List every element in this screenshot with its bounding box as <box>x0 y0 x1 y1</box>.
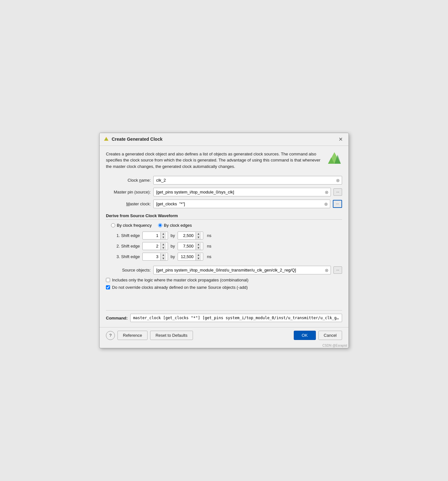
waveform-radio-group: By clock frequency By clock edges <box>111 223 342 228</box>
help-button[interactable]: ? <box>106 331 115 340</box>
shift-1-edge-input[interactable] <box>143 232 160 239</box>
shift-3-label: 3. Shift edge <box>111 254 140 259</box>
checkbox2-row: Do not override clocks already defined o… <box>106 285 342 290</box>
command-value: master_clock [get_clocks "*"] [get_pins … <box>130 314 342 322</box>
shift-3-edge-input[interactable] <box>143 253 160 260</box>
spacer <box>106 292 342 305</box>
dialog-footer: ? Reference Reset to Defaults OK Cancel <box>100 327 348 343</box>
shift-row-1: 1. Shift edge ▲ ▼ by ▲ ▼ ns <box>111 232 342 240</box>
checkbox2-label[interactable]: Do not override clocks already defined o… <box>112 285 248 290</box>
shift-2-ns: ns <box>207 244 212 248</box>
shift-1-ns: ns <box>207 233 212 238</box>
shift-edges-section: 1. Shift edge ▲ ▼ by ▲ ▼ ns <box>111 232 342 261</box>
shift-2-by-text: by <box>171 244 175 248</box>
master-clock-label: Master clock: <box>106 201 151 206</box>
clock-name-label: Clock name: <box>106 178 151 183</box>
shift-1-by-down[interactable]: ▼ <box>196 236 201 239</box>
shift-3-edge-up[interactable]: ▲ <box>161 253 166 257</box>
shift-1-by-up[interactable]: ▲ <box>196 232 201 236</box>
ok-button[interactable]: OK <box>294 331 316 340</box>
shift-2-edge-spinner: ▲ ▼ <box>142 242 168 250</box>
vivado-logo <box>327 151 342 166</box>
watermark: CSDN @Esrapist <box>100 343 348 348</box>
shift-3-by-input[interactable] <box>178 253 196 260</box>
shift-3-by-text: by <box>171 254 175 259</box>
dialog-title: Create Generated Clock <box>112 137 163 142</box>
shift-3-edge-down[interactable]: ▼ <box>161 257 166 260</box>
title-bar: Create Generated Clock ✕ <box>100 133 348 146</box>
dialog-body: Creates a generated clock object and als… <box>100 146 348 327</box>
checkbox1[interactable] <box>106 278 110 282</box>
source-objects-clear-btn[interactable]: ⊗ <box>323 267 331 274</box>
shift-3-by-down[interactable]: ▼ <box>196 257 201 260</box>
master-pin-label: Master pin (source): <box>106 190 151 194</box>
description-text: Creates a generated clock object and als… <box>106 151 323 170</box>
checkbox1-label[interactable]: Includes only the logic where the master… <box>112 278 248 282</box>
master-pin-row: Master pin (source): ⊗ ··· <box>106 188 342 196</box>
shift-2-by-arrows: ▲ ▼ <box>196 243 201 250</box>
source-objects-browse-btn[interactable]: ··· <box>333 266 342 274</box>
radio-frequency[interactable] <box>111 223 115 227</box>
shift-3-edge-spinner: ▲ ▼ <box>142 253 168 261</box>
source-objects-row: Source objects: ⊗ ··· <box>106 266 342 274</box>
master-clock-clear-btn[interactable]: ⊗ <box>322 201 330 208</box>
master-pin-browse-btn[interactable]: ··· <box>333 188 342 196</box>
reference-button[interactable]: Reference <box>117 331 148 340</box>
radio-frequency-label[interactable]: By clock frequency <box>111 223 152 228</box>
command-label: Command: <box>106 316 128 320</box>
shift-2-by-spinner: ▲ ▼ <box>178 242 203 250</box>
shift-1-by-input[interactable] <box>178 232 196 239</box>
shift-2-edge-down[interactable]: ▼ <box>161 246 166 250</box>
checkbox2[interactable] <box>106 285 110 289</box>
shift-2-edge-input[interactable] <box>143 242 160 250</box>
shift-2-by-down[interactable]: ▼ <box>196 246 201 250</box>
command-area: Command: master_clock [get_clocks "*"] [… <box>106 310 342 322</box>
master-pin-clear-btn[interactable]: ⊗ <box>323 189 331 196</box>
section-derive-title: Derive from Source Clock Waveform <box>106 213 342 220</box>
shift-3-ns: ns <box>207 254 212 259</box>
master-pin-input-container: ⊗ <box>153 188 331 196</box>
shift-row-3: 3. Shift edge ▲ ▼ by ▲ ▼ ns <box>111 253 342 261</box>
clock-name-clear-btn[interactable]: ⊗ <box>334 177 342 184</box>
source-objects-input[interactable] <box>154 266 323 274</box>
create-generated-clock-dialog: Create Generated Clock ✕ Creates a gener… <box>99 133 349 349</box>
shift-row-2: 2. Shift edge ▲ ▼ by ▲ ▼ ns <box>111 242 342 250</box>
radio-edges[interactable] <box>158 223 162 227</box>
shift-1-by-spinner: ▲ ▼ <box>178 232 203 240</box>
clock-name-input[interactable] <box>154 176 334 184</box>
description-area: Creates a generated clock object and als… <box>106 151 342 170</box>
shift-1-by-text: by <box>171 233 175 238</box>
master-clock-input[interactable] <box>154 200 322 208</box>
clock-name-input-container: ⊗ <box>153 176 342 185</box>
radio-edges-label[interactable]: By clock edges <box>158 223 192 228</box>
title-bar-left: Create Generated Clock <box>103 136 163 142</box>
master-pin-input[interactable] <box>154 188 323 196</box>
shift-2-edge-up[interactable]: ▲ <box>161 243 166 246</box>
shift-3-by-arrows: ▲ ▼ <box>196 253 201 260</box>
shift-3-edge-arrows: ▲ ▼ <box>160 253 166 260</box>
shift-2-label: 2. Shift edge <box>111 244 140 248</box>
shift-1-edge-arrows: ▲ ▼ <box>160 232 166 239</box>
clock-name-row: Clock name: ⊗ <box>106 176 342 185</box>
shift-1-edge-down[interactable]: ▼ <box>161 236 166 239</box>
shift-1-by-arrows: ▲ ▼ <box>196 232 201 239</box>
shift-3-by-up[interactable]: ▲ <box>196 253 201 257</box>
app-icon <box>103 136 109 142</box>
source-objects-label: Source objects: <box>106 268 151 272</box>
master-clock-input-container: ⊗ <box>153 200 330 208</box>
shift-2-edge-arrows: ▲ ▼ <box>160 243 166 250</box>
radio-edges-text: By clock edges <box>164 223 192 228</box>
master-clock-row: Master clock: ⊗ ··· <box>106 200 342 208</box>
reset-to-defaults-button[interactable]: Reset to Defaults <box>150 331 193 340</box>
shift-1-edge-up[interactable]: ▲ <box>161 232 166 236</box>
shift-1-edge-spinner: ▲ ▼ <box>142 232 168 240</box>
master-clock-browse-btn[interactable]: ··· <box>333 200 342 208</box>
source-objects-input-container: ⊗ <box>153 266 331 274</box>
checkbox1-row: Includes only the logic where the master… <box>106 278 342 282</box>
shift-1-label: 1. Shift edge <box>111 233 140 238</box>
shift-2-by-up[interactable]: ▲ <box>196 243 201 246</box>
close-button[interactable]: ✕ <box>337 136 345 143</box>
radio-frequency-text: By clock frequency <box>117 223 152 228</box>
cancel-button[interactable]: Cancel <box>318 331 342 340</box>
shift-2-by-input[interactable] <box>178 242 196 250</box>
